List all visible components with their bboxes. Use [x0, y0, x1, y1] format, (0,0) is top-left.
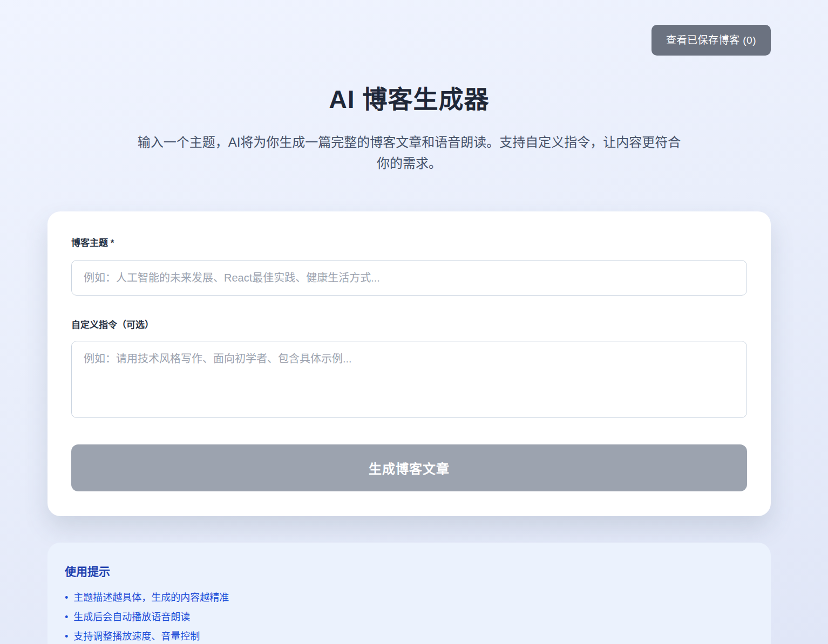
usage-tip-text: 主题描述越具体，生成的内容越精准 [73, 588, 229, 607]
bullet-icon: • [65, 607, 68, 627]
generate-blog-button[interactable]: 生成博客文章 [71, 444, 747, 491]
usage-tips-card: 使用提示 • 主题描述越具体，生成的内容越精准 • 生成后会自动播放语音朗读 •… [47, 543, 771, 644]
usage-tip-item: • 主题描述越具体，生成的内容越精准 [65, 588, 754, 607]
page-title: AI 博客生成器 [47, 82, 771, 117]
header: 查看已保存博客 (0) [47, 0, 771, 56]
topic-input[interactable] [71, 260, 747, 296]
page-container: 查看已保存博客 (0) AI 博客生成器 输入一个主题，AI将为你生成一篇完整的… [47, 0, 771, 644]
blog-form-card: 博客主题 * 自定义指令（可选） 生成博客文章 [47, 211, 771, 516]
usage-tip-item: • 生成后会自动播放语音朗读 [65, 607, 754, 627]
instructions-textarea[interactable] [71, 341, 747, 418]
bullet-icon: • [65, 627, 68, 644]
topic-label: 博客主题 * [71, 237, 747, 249]
page-subtitle: 输入一个主题，AI将为你生成一篇完整的博客文章和语音朗读。支持自定义指令，让内容… [131, 132, 687, 174]
bullet-icon: • [65, 588, 68, 607]
usage-tips-list: • 主题描述越具体，生成的内容越精准 • 生成后会自动播放语音朗读 • 支持调整… [65, 588, 754, 644]
usage-tips-title: 使用提示 [65, 564, 754, 579]
view-saved-blogs-button[interactable]: 查看已保存博客 (0) [651, 25, 771, 56]
usage-tip-text: 生成后会自动播放语音朗读 [73, 607, 190, 627]
usage-tip-item: • 支持调整播放速度、音量控制 [65, 627, 754, 644]
instructions-label: 自定义指令（可选） [71, 319, 747, 331]
usage-tip-text: 支持调整播放速度、音量控制 [73, 627, 200, 644]
